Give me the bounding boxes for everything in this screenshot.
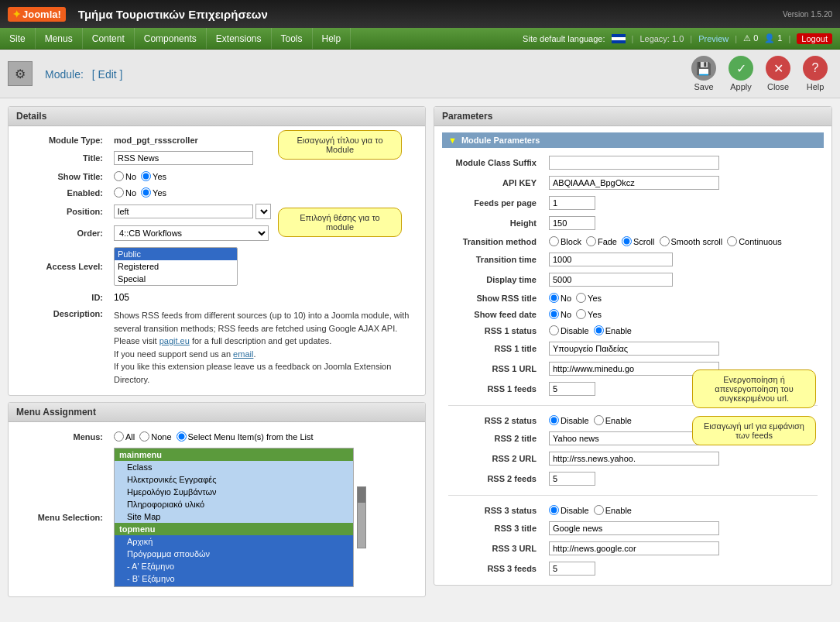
menu-item-sitemap[interactable]: Site Map <box>115 510 353 523</box>
access-special[interactable]: Special <box>115 273 237 285</box>
nav-components[interactable]: Components <box>135 28 207 49</box>
order-select[interactable]: 4::CB Workflows <box>114 225 269 241</box>
menus-select[interactable]: Select Menu Item(s) from the List <box>177 431 314 442</box>
transition-time-label: Transition time <box>442 249 543 270</box>
show-title-label: Show Title: <box>16 168 109 184</box>
show-feed-date-group: No Yes <box>549 309 818 319</box>
menu-item-calendar[interactable]: Ημερολόγιο Συμβάντων <box>115 486 353 498</box>
transition-time-input[interactable] <box>549 253 673 266</box>
display-time-input[interactable] <box>549 273 673 287</box>
rss3-feeds-row: RSS 3 feeds <box>442 558 824 579</box>
api-key-input[interactable] <box>549 176 719 190</box>
nav-menus[interactable]: Menus <box>36 28 83 49</box>
rss-title-no[interactable]: No <box>549 293 571 303</box>
class-suffix-input[interactable] <box>549 156 719 170</box>
header: ✦ Joomla! Τμήμα Τουριστικών Επιχειρήσεων… <box>0 0 840 28</box>
apply-button[interactable]: ✓ Apply <box>724 54 758 93</box>
rss1-enable[interactable]: Enable <box>594 325 632 335</box>
menus-none[interactable]: None <box>139 431 171 442</box>
position-select[interactable] <box>255 204 271 219</box>
version-label: Version 1.5.20 <box>783 10 832 19</box>
apply-label: Apply <box>730 82 752 91</box>
nav-site[interactable]: Site <box>0 28 36 49</box>
rss2-url-input[interactable] <box>549 452 719 466</box>
trans-scroll[interactable]: Scroll <box>622 236 655 246</box>
edit-label: [ Edit ] <box>92 68 123 81</box>
tooltip-url: Ενεργοποίηση ή απενεργοποίηση του συγκεκ… <box>692 369 816 408</box>
rss3-status-label: RSS 3 status <box>442 502 543 518</box>
rss1-title-input[interactable] <box>549 342 719 356</box>
show-rss-title-row: Show RSS title No Yes <box>442 290 824 306</box>
nav-help[interactable]: Help <box>313 28 351 49</box>
details-form: Module Type: mod_pgt_rssscroller Title: … <box>16 132 417 389</box>
menu-item-sem1[interactable]: - Α' Εξάμηνο <box>115 560 353 572</box>
rss3-url-input[interactable] <box>549 541 719 555</box>
menu-item-eclass[interactable]: Eclass <box>115 461 353 473</box>
menu-item-program[interactable]: Πρόγραμμα σπουδών <box>115 548 353 560</box>
feed-date-no[interactable]: No <box>549 309 571 319</box>
nav-right: Site default language: | Legacy: 1.0 | P… <box>523 33 840 44</box>
rss3-disable[interactable]: Disable <box>549 505 589 515</box>
rss2-feeds-input[interactable] <box>549 472 595 486</box>
rss1-disable[interactable]: Disable <box>549 325 589 335</box>
show-feed-date-label: Show feed date <box>442 306 543 322</box>
menu-list[interactable]: mainmenu Eclass Ηλεκτρονικές Εγγραφές Ημ… <box>114 448 354 587</box>
logout-button[interactable]: Logout <box>797 33 832 44</box>
logo-text: Joomla! <box>22 9 61 20</box>
menu-item-home[interactable]: Αρχική <box>115 535 353 548</box>
show-title-no[interactable]: No <box>114 171 136 181</box>
menu-selection-label: Menu Selection: <box>16 445 109 590</box>
show-title-yes[interactable]: Yes <box>141 171 166 181</box>
rss2-url-label: RSS 2 URL <box>442 448 543 469</box>
access-label: Access Level: <box>16 244 109 289</box>
position-input[interactable] <box>114 204 253 218</box>
menus-all[interactable]: All <box>114 431 135 442</box>
rss2-disable[interactable]: Disable <box>549 415 589 425</box>
menus-group: All None Select Menu Item(s) from the Li… <box>114 431 413 442</box>
rss3-feeds-input[interactable] <box>549 562 595 576</box>
scrollbar[interactable] <box>357 486 366 548</box>
rss3-title-input[interactable] <box>549 521 719 535</box>
feeds-per-page-input[interactable] <box>549 196 595 210</box>
rss-title-yes[interactable]: Yes <box>576 293 602 303</box>
help-button[interactable]: ? Help <box>798 54 832 93</box>
trans-continuous[interactable]: Continuous <box>727 236 782 246</box>
nav-tools[interactable]: Tools <box>272 28 313 49</box>
menu-item-sem2[interactable]: - Β' Εξάμηνο <box>115 572 353 585</box>
save-button[interactable]: 💾 Save <box>687 54 721 93</box>
trans-block[interactable]: Block <box>549 236 581 246</box>
trans-fade[interactable]: Fade <box>586 236 617 246</box>
rss1-feeds-input[interactable] <box>549 382 595 396</box>
menu-item-eggrafes[interactable]: Ηλεκτρονικές Εγγραφές <box>115 473 353 486</box>
enabled-yes[interactable]: Yes <box>141 187 166 198</box>
module-params-label: Module Parameters <box>461 136 540 145</box>
menu-form: Menus: All None Select Menu Item(s) from… <box>16 428 417 590</box>
email-link[interactable]: email <box>233 349 253 359</box>
title-input[interactable] <box>114 151 253 165</box>
close-button[interactable]: ✕ Close <box>761 54 795 93</box>
access-registered[interactable]: Registered <box>115 260 237 273</box>
tooltip-position: Επιλογή θέσης για το module <box>278 208 402 237</box>
main-content: Details Εισαγωγή τίτλου για το Module Επ… <box>0 98 840 622</box>
access-listbox[interactable]: Public Registered Special <box>114 247 238 286</box>
nav-content[interactable]: Content <box>83 28 135 49</box>
menu-item-sem3[interactable]: - Γ' Εξάμηνο <box>115 585 353 587</box>
rss3-enable[interactable]: Enable <box>594 505 632 515</box>
description-text: Shows RSS feeds from different sources (… <box>114 309 413 386</box>
page-title: Module: [ Edit ] <box>40 66 123 82</box>
access-public[interactable]: Public <box>115 248 237 260</box>
rss2-enable[interactable]: Enable <box>594 415 632 425</box>
pagit-link[interactable]: pagit.eu <box>159 336 190 345</box>
feed-date-yes[interactable]: Yes <box>576 309 602 319</box>
menu-assignment-header: Menu Assignment <box>9 403 425 422</box>
preview-link[interactable]: Preview <box>698 34 729 43</box>
enabled-no[interactable]: No <box>114 187 136 198</box>
trans-smooth[interactable]: Smooth scroll <box>660 236 723 246</box>
rss2-url-row: RSS 2 URL <box>442 448 824 469</box>
enabled-label: Enabled: <box>16 184 109 201</box>
nav-extensions[interactable]: Extensions <box>207 28 272 49</box>
rss1-feeds-label: RSS 1 feeds <box>442 379 543 399</box>
height-input[interactable] <box>549 216 595 230</box>
position-label: Position: <box>16 201 109 222</box>
menu-item-info[interactable]: Πληροφοριακό υλικό <box>115 498 353 510</box>
